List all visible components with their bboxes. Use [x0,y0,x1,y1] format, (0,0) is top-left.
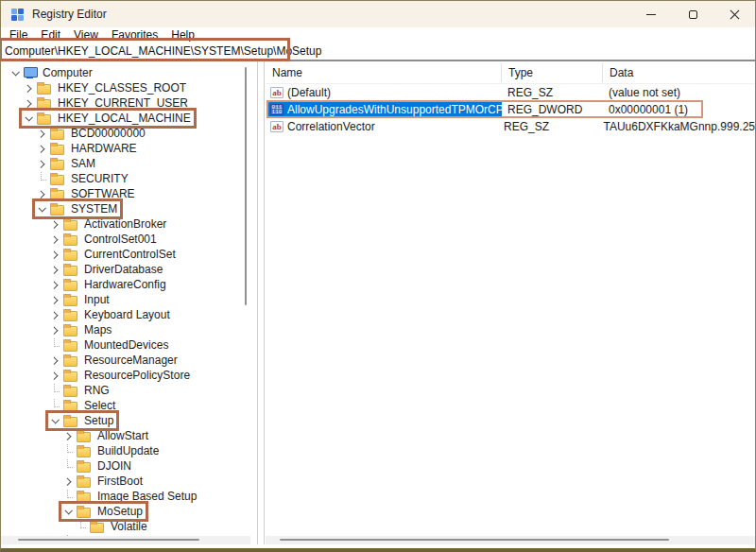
chevron-right-icon[interactable] [48,369,61,382]
value-row-allowupgradeswithunsupportedtpmorcpu[interactable]: 011110AllowUpgradesWithUnsupportedTPMOrC… [266,101,755,118]
tree-item-mounteddevices[interactable]: MountedDevices [1,337,250,353]
chevron-right-icon[interactable] [48,354,61,367]
tree-item-input[interactable]: Input [1,292,250,307]
chevron-right-icon[interactable] [48,233,61,246]
chevron-right-icon[interactable] [48,293,61,306]
folder-icon [63,235,77,246]
folder-icon [63,387,77,397]
chevron-down-icon[interactable] [9,66,22,79]
chevron-right-icon[interactable] [22,81,35,95]
tree-row-inner: SAM [35,156,98,171]
tree-vertical-scrollbar[interactable] [245,67,247,305]
menu-item-favorites[interactable]: Favorites [105,28,164,42]
tree-item-label: MountedDevices [81,338,171,352]
tree-item-resourcepolicystore[interactable]: ResourcePolicyStore [1,368,250,383]
tree-item-hkey-local-machine[interactable]: HKEY_LOCAL_MACHINE [1,111,250,126]
chevron-down-icon[interactable] [35,202,48,216]
value-row-correlationvector[interactable]: abCorrelationVectorREG_SZTAUu6DXFKkaMGnn… [266,118,755,135]
chevron-right-icon[interactable] [48,308,61,321]
chevron-right-icon[interactable] [22,96,35,110]
tree-item-setup[interactable]: Setup [1,413,250,428]
tree-item-select[interactable]: Select [1,398,250,413]
tree-item-activationbroker[interactable]: ActivationBroker [1,216,250,232]
pane-splitter[interactable] [258,61,265,544]
value-name-cell[interactable]: abCorrelationVector [266,119,498,134]
value-name-cell[interactable]: ab(Default) [266,85,502,100]
menu-item-help[interactable]: Help [164,28,201,42]
tree-item-currentcontrolset[interactable]: CurrentControlSet [1,247,250,262]
tree-item-hkey-classes-root[interactable]: HKEY_CLASSES_ROOT [1,80,250,95]
minimize-button[interactable] [630,1,672,27]
menu-item-view[interactable]: View [67,28,105,42]
column-header-name[interactable]: Name [266,63,502,82]
tree-item-driverdatabase[interactable]: DriverDatabase [1,262,250,277]
tree-horizontal-scrollbar[interactable] [1,536,250,544]
tree-row-inner: FirstBoot [61,474,146,489]
value-data-cell: (value not set) [603,86,680,99]
tree-item-label: Maps [81,323,114,336]
folder-icon [63,250,77,261]
column-header-data[interactable]: Data [603,63,755,82]
chevron-right-icon[interactable] [35,142,48,155]
tree-item-bcd00000000[interactable]: BCD00000000 [1,126,250,141]
tree-row-inner: Image Based Setup [61,489,199,504]
maximize-button[interactable] [672,1,713,27]
value-name-wrap: ab(Default) [268,85,335,100]
tree-item-label: ControlSet001 [81,233,160,246]
menu-item-file[interactable]: File [3,28,34,42]
tree-item-resourcemanager[interactable]: ResourceManager [1,353,250,368]
tree-item-controlset001[interactable]: ControlSet001 [1,232,250,247]
tree-item-keyboard-layout[interactable]: Keyboard Layout [1,307,250,322]
tree-row-inner: MountedDevices [48,337,171,353]
close-button[interactable] [713,1,755,27]
tree-item-buildupdate[interactable]: BuildUpdate [1,443,250,458]
column-header-type[interactable]: Type [502,63,603,82]
values-hscroll-thumb[interactable] [280,539,669,541]
tree-item-djoin[interactable]: DJOIN [1,458,250,474]
chevron-right-icon[interactable] [48,248,61,261]
tree-item-allowstart[interactable]: AllowStart [1,428,250,443]
tree-item-maps[interactable]: Maps [1,322,250,337]
tree-item-hardwareconfig[interactable]: HardwareConfig [1,277,250,292]
tree-item-sam[interactable]: SAM [1,156,250,171]
folder-icon [63,371,77,382]
chevron-right-icon[interactable] [48,263,61,276]
tree-item-volatile[interactable]: Volatile [1,519,250,534]
value-type-cell: REG_SZ [498,120,597,133]
value-name-cell[interactable]: 011110AllowUpgradesWithUnsupportedTPMOrC… [266,102,502,117]
chevron-right-icon[interactable] [35,187,48,200]
tree-item-mosetup[interactable]: MoSetup [1,504,250,519]
tree-item-image-based-setup[interactable]: Image Based Setup [1,489,250,504]
menu-item-edit[interactable]: Edit [34,28,67,42]
tree-row-inner: SYSTEM [35,201,120,216]
tree-item-security[interactable]: SECURITY [1,171,250,186]
minimize-icon [646,14,656,15]
window-controls [630,1,755,27]
value-name-label: AllowUpgradesWithUnsupportedTPMOrCPU [287,103,502,116]
tree-item-system[interactable]: SYSTEM [1,201,250,216]
chevron-down-icon[interactable] [22,112,35,125]
tree-item-hardware[interactable]: HARDWARE [1,141,250,156]
chevron-right-icon[interactable] [35,127,48,140]
tree-item-hkey-current-user[interactable]: HKEY_CURRENT_USER [1,95,250,111]
folder-icon [77,477,91,488]
address-input[interactable]: Computer\HKEY_LOCAL_MACHINE\SYSTEM\Setup… [5,43,751,59]
tree-hscroll-thumb[interactable] [18,539,199,541]
chevron-right-icon[interactable] [35,157,48,170]
chevron-down-icon[interactable] [48,414,61,427]
tree-item-rng[interactable]: RNG [1,383,250,398]
registry-editor-window: Registry Editor FileEditViewFavoritesHel… [0,0,756,552]
value-row-default[interactable]: ab(Default)REG_SZ(value not set) [266,84,755,101]
tree-item-computer[interactable]: Computer [1,65,250,80]
chevron-right-icon[interactable] [48,278,61,291]
tree-item-label: SAM [68,157,98,170]
chevron-down-icon[interactable] [61,505,75,518]
values-horizontal-scrollbar[interactable] [266,536,755,544]
chevron-right-icon[interactable] [61,429,75,442]
chevron-right-icon[interactable] [48,217,61,231]
tree-item-software[interactable]: SOFTWARE [1,186,250,201]
tree-item-label: SOFTWARE [68,187,138,200]
tree-item-firstboot[interactable]: FirstBoot [1,474,250,489]
chevron-right-icon[interactable] [61,474,75,488]
chevron-right-icon[interactable] [48,323,61,336]
